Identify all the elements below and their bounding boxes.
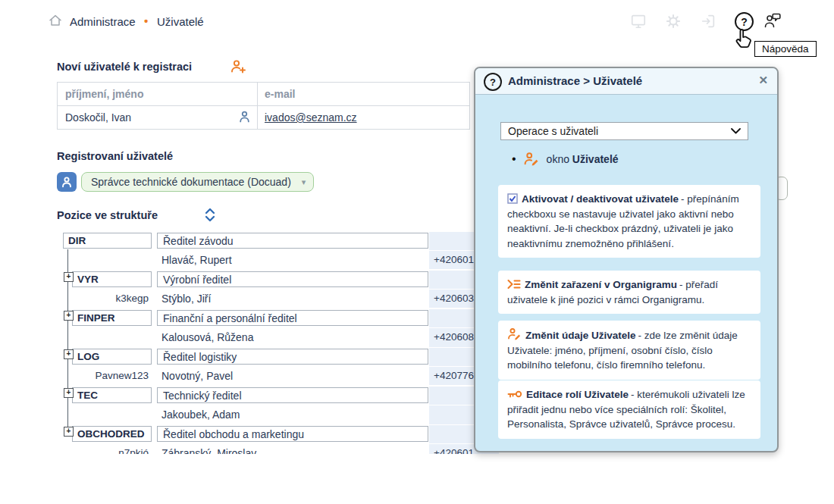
expand-icon[interactable]: +: [64, 427, 74, 437]
position-title-input[interactable]: Ředitel logistiky: [157, 349, 428, 365]
chevron-down-icon: [731, 128, 741, 134]
person-edit-icon: [523, 152, 540, 166]
sort-icon[interactable]: [204, 207, 216, 223]
person-name: Zábranský, Miroslav: [161, 447, 256, 454]
chevron-down-icon: ▾: [302, 177, 306, 187]
help-card-organigram: Změnit zařazení v Organigramu- přeřadí u…: [498, 271, 760, 314]
col-prijmeni-jmeno[interactable]: příjmení, jméno: [65, 88, 143, 100]
person-name: Novotný, Pavel: [161, 370, 233, 382]
user-add-icon: [230, 58, 247, 74]
help-topic-select[interactable]: Operace s uživateli: [500, 122, 748, 140]
position-title-input[interactable]: Ředitel obchodu a marketingu: [157, 426, 428, 442]
help-panel-question-icon: ?: [484, 73, 502, 91]
table-row-name: Doskočil, Ivan: [65, 111, 131, 124]
user-badge-icon[interactable]: [57, 172, 77, 192]
position-title-input[interactable]: Finanční a personální ředitel: [157, 310, 428, 326]
sign-in-icon[interactable]: [700, 12, 716, 30]
app-window: Administrace • Uživatelé ? Nápověda: [0, 0, 834, 504]
structure-title: Pozice ve struktuře: [57, 209, 158, 221]
bullet-dot: •: [512, 152, 516, 166]
position-code-input[interactable]: OBCHODRED: [72, 426, 152, 442]
close-icon[interactable]: ✕: [758, 74, 768, 87]
position-title-input[interactable]: Výrobní ředitel: [157, 271, 428, 287]
person-phone: +420601: [434, 254, 474, 265]
person-phone: +420776: [434, 370, 474, 381]
expand-icon[interactable]: +: [64, 272, 74, 282]
structure-tree: DIR Ředitel závodu Hlaváč, Rupert +42060…: [57, 232, 499, 454]
bullet-pre: okno: [547, 153, 572, 165]
person-name: Kalousová, Růžena: [161, 331, 253, 343]
expand-icon[interactable]: +: [64, 388, 74, 398]
help-panel-header: ? Administrace > Uživatelé ✕: [475, 68, 777, 95]
home-icon[interactable]: [48, 13, 63, 28]
help-card-roles: Editace rolí Uživatele- kterémukoli uživ…: [498, 380, 760, 439]
person-name: Hlaváč, Rupert: [161, 254, 232, 266]
person-name: Stýblo, Jiří: [161, 293, 211, 305]
help-topic-value: Operace s uživateli: [508, 125, 598, 137]
registered-users-title: Registrovaní uživatelé: [57, 150, 173, 162]
help-panel: ? Administrace > Uživatelé ✕ Operace s u…: [474, 67, 779, 452]
position-title-input[interactable]: Technický ředitel: [157, 387, 428, 403]
position-code-input[interactable]: VYR: [72, 271, 152, 287]
bullet-bold: Uživatelé: [572, 153, 619, 165]
person-login: k3kegp: [72, 293, 149, 304]
gear-icon[interactable]: [665, 12, 682, 30]
help-card-edit-user: Změnit údaje Uživatele- zde lze změnit ú…: [498, 321, 760, 380]
role-filter-value: Správce technické dokumentace (Docuad): [91, 176, 291, 188]
monitor-icon[interactable]: [630, 12, 647, 30]
organigram-move-icon: [507, 279, 521, 290]
help-glyph: ?: [741, 16, 748, 28]
new-users-table: příjmení, jméno e-mail Doskočil, Ivan iv…: [57, 82, 470, 130]
person-edit-icon: [507, 327, 522, 340]
position-title-input[interactable]: Ředitel závodu: [157, 233, 428, 249]
breadcrumb-separator: •: [144, 14, 148, 27]
cursor-hand-icon: [733, 27, 756, 52]
card-title: Změnit údaje Uživatele: [525, 330, 636, 341]
position-code-input[interactable]: DIR: [63, 233, 152, 249]
new-users-title: Noví uživatelé k registraci: [57, 61, 192, 73]
expand-icon[interactable]: +: [64, 349, 74, 359]
col-email[interactable]: e-mail: [265, 88, 295, 100]
email-link[interactable]: ivados@seznam.cz: [265, 111, 357, 124]
person-name: Jakoubek, Adam: [161, 409, 240, 421]
card-title: Editace rolí Uživatele: [526, 389, 629, 400]
help-panel-title: Administrace > Uživatelé: [508, 74, 642, 87]
checkbox-checked-icon: [507, 193, 518, 204]
position-code-input[interactable]: LOG: [72, 349, 152, 365]
person-login: n7pkió: [72, 447, 149, 454]
tooltip-napoveda: Nápověda: [754, 41, 817, 57]
card-title: Aktivovat / deaktivovat uživatele: [522, 193, 679, 205]
key-icon: [507, 390, 522, 399]
person-icon[interactable]: [238, 110, 251, 123]
help-card-activate: Aktivovat / deaktivovat uživatele- přepí…: [498, 185, 760, 258]
position-code-input[interactable]: FINPER: [72, 310, 152, 326]
person-phone: +420608: [434, 331, 474, 343]
role-filter-dropdown[interactable]: Správce technické dokumentace (Docuad) ▾: [81, 172, 314, 192]
person-phone: +420603: [434, 293, 474, 304]
position-code-input[interactable]: TEC: [72, 387, 152, 403]
breadcrumb-administrace[interactable]: Administrace: [70, 15, 136, 28]
user-feedback-icon[interactable]: [763, 11, 782, 30]
person-phone: +420601: [434, 447, 474, 454]
breadcrumb-uzivatele: Uživatelé: [157, 15, 204, 28]
help-bullet-item: • okno Uživatelé: [512, 152, 619, 166]
card-title: Změnit zařazení v Organigramu: [525, 279, 677, 290]
person-login: Pavnew123: [72, 370, 149, 381]
expand-icon[interactable]: +: [64, 311, 74, 321]
